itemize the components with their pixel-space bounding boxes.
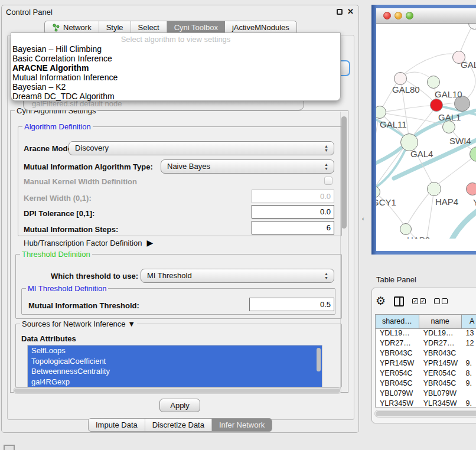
tab-jactivemnodules[interactable]: jActiveMNodules — [225, 21, 296, 34]
dropdown-placeholder: Select algorithm to view settings — [11, 33, 340, 44]
table-row[interactable]: YDR27…YDR27…12 — [376, 339, 476, 349]
table-row[interactable]: YER054CYER054C8. — [376, 369, 476, 379]
dropdown-item-aracne[interactable]: ARACNE Algorithm — [11, 63, 340, 73]
column-header-name[interactable]: name — [419, 315, 462, 328]
dpi-tolerance-field[interactable]: 0.0 — [252, 205, 334, 219]
minimize-traffic-light[interactable] — [395, 12, 402, 19]
control-panel-title: Control Panel — [6, 8, 53, 17]
sources-group-title[interactable]: Sources for Network Inference ▼ — [20, 319, 137, 328]
table-row[interactable]: YBR043CYBR043C — [376, 349, 476, 359]
mi-algorithm-type-combobox[interactable]: Naive Bayes ▲▼ — [161, 159, 334, 174]
network-node-gal10[interactable] — [427, 76, 440, 89]
network-icon — [52, 24, 60, 32]
dropdown-item[interactable]: Bayesian – K2 — [11, 82, 340, 92]
scrollbar-thumb[interactable] — [14, 389, 340, 393]
kernel-width-field[interactable]: 0.0 — [252, 190, 334, 203]
tab-style[interactable]: Style — [99, 21, 131, 34]
combo-spinner-icon: ▲▼ — [324, 272, 329, 280]
attribute-item-selected[interactable]: TopologicalCoefficient — [28, 356, 322, 367]
panel-divider-arrow[interactable]: ‹ — [362, 215, 364, 222]
network-node-hap4[interactable] — [427, 182, 441, 196]
dpi-tolerance-label: DPI Tolerance [0,1]: — [24, 209, 94, 218]
tab-select[interactable]: Select — [131, 21, 167, 34]
attribute-item-selected[interactable]: SelfLoops — [28, 345, 322, 356]
node-label: GAL — [461, 60, 476, 70]
kernel-width-label: Kernel Width (0,1): — [24, 194, 92, 203]
manual-kernel-width-label: Manual Kernel Width Definition — [24, 177, 137, 186]
aracne-mode-combobox[interactable]: Discovery ▲▼ — [69, 141, 334, 155]
dropdown-item[interactable]: Bayesian – Hill Climbing — [11, 44, 340, 54]
which-threshold-label: Which threshold to use: — [51, 272, 138, 281]
float-window-icon[interactable] — [337, 9, 343, 15]
tab-network-label: Network — [63, 23, 92, 32]
columns-icon[interactable] — [394, 296, 404, 306]
gear-icon[interactable]: ⚙ — [376, 296, 386, 306]
scrollbar-thumb[interactable] — [341, 116, 347, 229]
mi-steps-label: Mutual Information Steps: — [24, 225, 118, 234]
settings-horizontal-scrollbar[interactable] — [13, 387, 341, 394]
table-horizontal-scrollbar[interactable] — [374, 410, 476, 418]
network-node-swi4[interactable] — [442, 120, 455, 133]
which-threshold-combobox[interactable]: MI Threshold ▲▼ — [141, 269, 334, 283]
node-table: shared… name A YDL19…YDL19…13 YDR27…YDR2… — [375, 314, 476, 407]
table-header-row: shared… name A — [376, 315, 476, 329]
network-node-salmon[interactable] — [466, 182, 476, 195]
expand-arrow-icon: ▶ — [146, 238, 153, 247]
dropdown-item[interactable]: Mutual Information Inference — [11, 73, 340, 82]
tab-cyni-toolbox[interactable]: Cyni Toolbox — [167, 21, 225, 34]
node-label-hap2: HAP2 — [407, 235, 430, 239]
table-row[interactable]: YBL079WYBL079W — [376, 389, 476, 399]
tab-discretize-data[interactable]: Discretize Data — [145, 419, 212, 431]
hub-definition-expander[interactable]: Hub/Transcription Factor Definition▶ — [24, 238, 153, 247]
list-scrollbar-thumb[interactable] — [317, 348, 321, 371]
tab-infer-network[interactable]: Infer Network — [212, 419, 272, 431]
desktop: Control Panel ✕ Network Style Select Cyn… — [0, 0, 476, 450]
select-all-columns-icon[interactable]: ✓✓ — [412, 298, 426, 304]
control-panel-window: Control Panel ✕ Network Style Select Cyn… — [1, 5, 359, 433]
deselect-all-columns-icon[interactable] — [434, 298, 448, 304]
attribute-item-selected[interactable]: BetweennessCentrality — [28, 366, 322, 377]
network-window-titlebar[interactable] — [376, 8, 476, 24]
column-header-shared-name[interactable]: shared… — [376, 315, 419, 328]
table-row[interactable]: YBR045CYBR045C9. — [376, 379, 476, 389]
network-node-hap2[interactable] — [400, 223, 412, 235]
algorithm-dropdown-popup: Select algorithm to view settings Bayesi… — [11, 32, 341, 101]
mi-steps-field[interactable]: 6 — [252, 221, 334, 234]
node-label: Y — [473, 197, 476, 207]
manual-kernel-width-checkbox[interactable] — [324, 177, 332, 185]
node-label-gal10: GAL10 — [435, 89, 462, 99]
apply-button[interactable]: Apply — [159, 399, 200, 412]
scrollbar-thumb[interactable] — [376, 411, 476, 416]
algorithm-definition-title: Algorithm Definition — [22, 122, 93, 131]
table-row[interactable]: YLR345WYLR345W9. — [376, 399, 476, 407]
table-panel: ⚙ ✓✓ shared… name A YDL19…YDL19…13 YDR27… — [371, 288, 476, 423]
network-node-gal1-selected[interactable] — [430, 99, 443, 112]
network-node-gal80[interactable] — [394, 72, 407, 85]
attribute-item-selected[interactable]: gal4RGexp — [28, 377, 322, 387]
cyni-algorithm-settings-group: Cyni Algorithm Settings Algorithm Defini… — [10, 110, 348, 393]
combo-spinner-icon: ▲▼ — [324, 144, 329, 152]
mi-threshold-field[interactable]: 0.5 — [249, 298, 334, 311]
collapse-arrow-icon: ▼ — [128, 319, 135, 328]
node-label-gal4: GAL4 — [410, 149, 433, 159]
tab-network[interactable]: Network — [45, 21, 99, 34]
collapsed-panel-icon[interactable] — [4, 445, 15, 450]
tab-impute-data[interactable]: Impute Data — [89, 419, 145, 431]
mi-threshold-label: Mutual Information Threshold: — [28, 301, 139, 310]
table-panel-title: Table Panel — [376, 275, 416, 284]
table-row[interactable]: YPR145WYPR145W9. — [376, 359, 476, 369]
aracne-mode-label: Aracne Mode: — [24, 144, 74, 153]
cyni-bottom-tabbar: Impute Data Discretize Data Infer Networ… — [88, 418, 272, 432]
node-label-swi4: SWI4 — [449, 136, 471, 146]
network-canvas[interactable]: GAL GAL80 GAL10 GAL1 GAL11 SWI4 GAL4 GCY… — [376, 24, 476, 239]
table-row[interactable]: YDL19…YDL19…13 — [376, 329, 476, 339]
data-attributes-label: Data Attributes — [21, 334, 76, 343]
column-header[interactable]: A — [462, 315, 476, 328]
node-label-gcy1: GCY1 — [376, 197, 396, 207]
dropdown-item[interactable]: Dream8 DC_TDC Algorithm — [11, 92, 340, 101]
close-traffic-light[interactable] — [383, 12, 391, 19]
close-icon[interactable]: ✕ — [347, 7, 354, 16]
network-view-window: GAL GAL80 GAL10 GAL1 GAL11 SWI4 GAL4 GCY… — [371, 5, 476, 255]
zoom-traffic-light[interactable] — [406, 12, 413, 19]
dropdown-item[interactable]: Basic Correlation Inference — [11, 54, 340, 63]
